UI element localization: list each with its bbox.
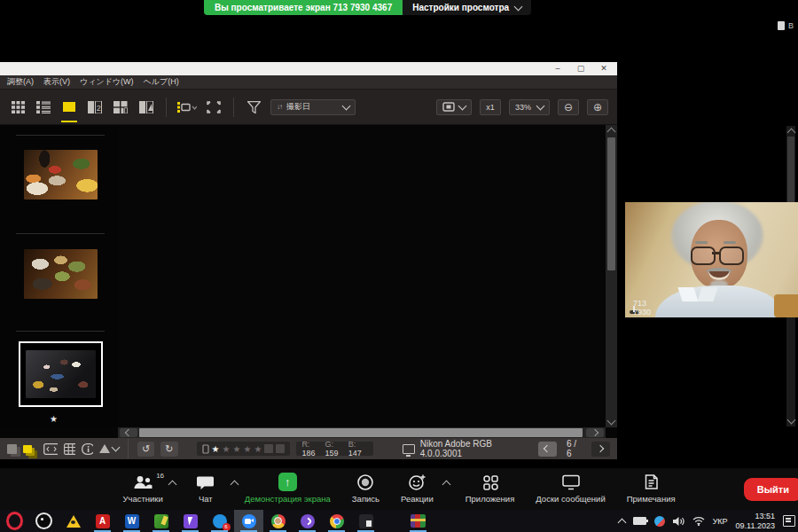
taskbar-winrar-icon[interactable] xyxy=(403,510,433,532)
language-indicator[interactable]: УКР xyxy=(713,517,728,526)
taskbar-opera-icon[interactable] xyxy=(0,510,29,532)
image-edit-view-button[interactable] xyxy=(137,97,155,118)
taskbar-recorder-icon[interactable] xyxy=(29,510,59,532)
scroll-left-button[interactable] xyxy=(120,428,137,437)
weather-app-icon[interactable] xyxy=(654,516,665,527)
taskbar-word-icon[interactable]: W xyxy=(117,510,146,532)
filter-funnel-icon[interactable] xyxy=(245,97,262,118)
scroll-up-icon[interactable] xyxy=(787,129,796,137)
fullscreen-expand-icon[interactable] xyxy=(205,97,223,118)
whiteboards-button[interactable]: Доски сообщений xyxy=(536,472,605,510)
menu-help[interactable]: ヘルプ(H) xyxy=(144,76,179,88)
close-button[interactable]: ✕ xyxy=(592,62,615,75)
tray-expand-icon[interactable] xyxy=(617,518,626,527)
star-icon[interactable]: ★ xyxy=(243,444,251,454)
image-and-metadata-view-button[interactable]: 2 xyxy=(86,97,104,118)
taskbar-viber-icon[interactable] xyxy=(293,510,322,532)
participant-video-tile[interactable]: 713 7930 4367 xyxy=(625,202,798,317)
fit-to-screen-dropdown[interactable] xyxy=(436,99,472,115)
combined-view-button[interactable] xyxy=(112,97,129,118)
maximize-button[interactable]: ▢ xyxy=(569,62,592,75)
taskbar-zoom-icon[interactable] xyxy=(234,510,263,532)
star-icon[interactable]: ★ xyxy=(232,444,240,454)
thumbnail-3-selected[interactable] xyxy=(19,341,103,407)
view-settings-button[interactable]: Настройки просмотра xyxy=(403,0,531,15)
zoom-1x-button[interactable]: x1 xyxy=(480,99,501,115)
chevron-up-icon[interactable] xyxy=(230,481,239,489)
participant-face xyxy=(691,220,747,289)
clock[interactable]: 13:51 09.11.2023 xyxy=(736,512,775,531)
histogram-dropdown[interactable] xyxy=(99,444,119,453)
redo-button[interactable]: ↻ xyxy=(160,442,177,457)
menu-adjust[interactable]: 調整(A) xyxy=(7,76,34,88)
scrollbar-thumb[interactable] xyxy=(139,428,583,437)
palette-dropdown-button[interactable] xyxy=(177,97,197,118)
volume-icon[interactable] xyxy=(673,516,685,527)
undo-button[interactable]: ↺ xyxy=(137,442,154,457)
taskbar-mail-badge-icon[interactable]: 6 xyxy=(205,510,234,532)
app-titlebar[interactable]: – ▢ ✕ xyxy=(0,62,617,75)
taskbar-avast-icon[interactable] xyxy=(59,510,88,532)
whiteboard-icon xyxy=(561,473,581,490)
taskbar-chrome-icon[interactable] xyxy=(322,510,351,532)
photo-horizontal-scrollbar[interactable] xyxy=(118,427,606,438)
notes-button[interactable]: Примечания xyxy=(627,472,676,510)
metadata-brackets-icon[interactable] xyxy=(43,443,58,455)
thumbnail-1[interactable] xyxy=(24,150,98,200)
reactions-button[interactable]: Реакции xyxy=(401,472,434,510)
share-screen-button[interactable]: ↑ Демонстрация экрана xyxy=(245,472,331,510)
scroll-right-button[interactable] xyxy=(586,428,604,437)
chat-button[interactable]: Чат xyxy=(197,472,215,510)
next-image-button[interactable] xyxy=(591,442,610,457)
apps-button[interactable]: Приложения xyxy=(466,472,515,510)
zoom-in-button[interactable]: ⊕ xyxy=(587,99,608,115)
battery-icon[interactable] xyxy=(633,517,646,525)
duplicate-image-icon[interactable] xyxy=(7,444,17,454)
rating-panel[interactable]: ★ ★ ★ ★ ★ xyxy=(197,442,291,456)
photo-vertical-scrollbar[interactable] xyxy=(606,125,617,427)
rating-option-button[interactable] xyxy=(264,444,273,453)
tray-time: 13:51 xyxy=(755,512,775,520)
taskbar-dark-app-icon[interactable] xyxy=(351,510,380,532)
chevron-up-icon[interactable] xyxy=(168,481,177,489)
scroll-up-icon[interactable] xyxy=(607,128,616,137)
star-icon[interactable]: ★ xyxy=(254,444,262,454)
chat-label: Чат xyxy=(199,494,213,504)
reactions-icon xyxy=(408,473,426,491)
wifi-icon[interactable] xyxy=(692,516,705,526)
rating-option-button[interactable] xyxy=(276,444,285,453)
menu-view[interactable]: 表示(V) xyxy=(43,76,70,88)
thumbnail-grid-view-button[interactable] xyxy=(9,97,27,118)
zoom-level-value: 33% xyxy=(515,103,531,112)
compare-images-icon[interactable] xyxy=(23,445,32,453)
thumbnail-2[interactable] xyxy=(24,249,98,299)
single-image-view-button[interactable] xyxy=(60,97,78,118)
chevron-up-icon[interactable] xyxy=(442,481,450,489)
zoom-out-button[interactable]: ⊖ xyxy=(558,99,579,115)
record-button[interactable]: Запись xyxy=(352,472,379,510)
scroll-down-icon[interactable] xyxy=(607,417,616,426)
scroll-down-icon[interactable] xyxy=(787,416,796,425)
r-value: 186 xyxy=(301,449,315,458)
taskbar-editor-icon[interactable] xyxy=(146,510,176,532)
participants-button[interactable]: 16 Участники xyxy=(122,472,162,510)
menu-window[interactable]: ウィンドウ(W) xyxy=(80,76,134,88)
list-view-button[interactable] xyxy=(35,97,52,118)
zoom-level-dropdown[interactable]: 33% xyxy=(509,99,550,115)
taskbar-purple-app-icon[interactable] xyxy=(176,510,205,532)
scroll-left-icon xyxy=(125,429,132,436)
taskbar-acrobat-icon[interactable]: A xyxy=(88,510,117,532)
taskbar-browser-profile-icon[interactable] xyxy=(263,510,293,532)
chevron-right-icon xyxy=(597,445,604,452)
previous-image-button[interactable] xyxy=(538,442,557,457)
grid-table-icon[interactable] xyxy=(64,443,75,455)
scrollbar-thumb[interactable] xyxy=(607,137,615,270)
leave-meeting-button[interactable]: Выйти xyxy=(744,478,798,501)
star-icon-filled[interactable]: ★ xyxy=(212,444,220,454)
notification-center-icon[interactable] xyxy=(783,515,795,527)
sort-order-dropdown[interactable]: ↓↑ 撮影日 xyxy=(270,99,356,115)
star-icon[interactable]: ★ xyxy=(223,444,231,454)
top-right-view-control[interactable]: В xyxy=(778,21,794,30)
minimize-button[interactable]: – xyxy=(546,62,569,75)
info-icon[interactable] xyxy=(82,443,93,455)
